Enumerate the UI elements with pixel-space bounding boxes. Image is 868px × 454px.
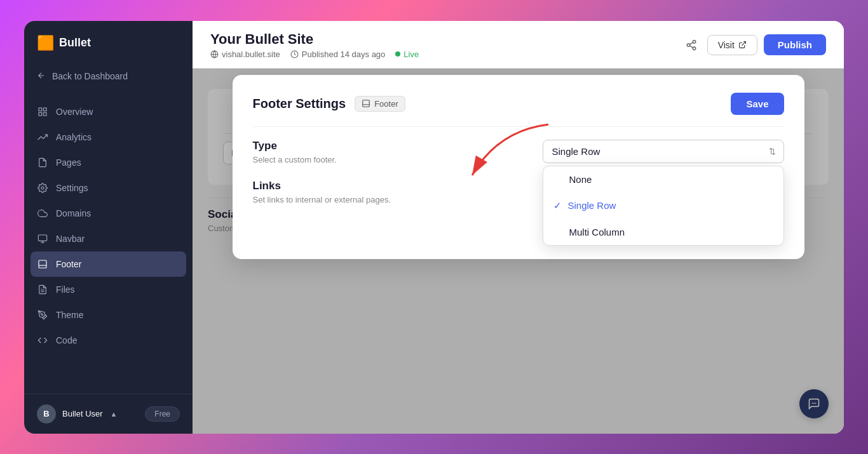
chevron-up-icon: ▲ [111,410,118,418]
option-label: Single Row [568,200,616,211]
sidebar-item-footer[interactable]: Footer [31,251,186,277]
option-label: Multi Column [569,227,625,237]
monitor-icon [37,233,48,244]
links-label: Links [253,180,391,192]
sidebar-item-analytics[interactable]: Analytics [24,124,193,150]
site-info: Your Bullet Site vishal.bullet.site [210,31,419,59]
svg-line-20 [689,42,693,44]
modal-overlay: Footer Settings Footer Save [193,69,844,434]
plan-badge: Free [145,406,180,422]
type-description: Select a custom footer. [253,155,337,164]
visit-label: Visit [718,40,735,50]
sidebar-item-label: Code [56,335,77,345]
chip-label: Footer [374,99,398,109]
sidebar-item-domains[interactable]: Domains [24,201,193,226]
main-content: Your Bullet Site vishal.bullet.site [193,21,844,434]
svg-point-4 [41,187,44,189]
visit-button[interactable]: Visit [707,35,757,55]
sidebar-item-label: Files [56,284,75,295]
option-label: None [569,174,592,185]
share-button[interactable] [682,36,701,55]
svg-point-17 [687,43,690,46]
publish-button[interactable]: Publish [764,34,826,55]
svg-rect-1 [43,108,46,111]
sidebar-item-pages[interactable]: Pages [24,150,193,175]
selected-value: Single Row [552,146,600,157]
trending-up-icon [37,131,48,143]
footer-chip: Footer [355,96,405,112]
code-icon [37,335,48,346]
sidebar-item-label: Theme [56,310,84,320]
sidebar-item-files[interactable]: Files [24,277,193,302]
svg-line-19 [689,46,693,48]
type-select-display[interactable]: Single Row ⇅ [543,140,784,163]
live-badge: Live [395,50,419,59]
site-url: vishal.bullet.site [210,50,280,59]
modal-title: Footer Settings [253,97,346,111]
sidebar-item-label: Settings [56,183,88,193]
links-description: Set links to internal or external pages. [253,195,391,204]
sidebar-item-label: Pages [56,157,81,168]
footer-settings-modal: Footer Settings Footer Save [233,75,804,259]
avatar: B [37,404,56,424]
published-info: Published 14 days ago [290,50,386,59]
cloud-icon [37,208,48,219]
site-title: Your Bullet Site [210,31,419,48]
sidebar-item-label: Domains [56,208,91,218]
sidebar-item-label: Footer [56,259,81,269]
sidebar-item-code[interactable]: Code [24,328,193,353]
logo-icon: 🟧 [37,35,54,51]
svg-rect-2 [39,112,42,116]
sidebar-item-navbar[interactable]: Navbar [24,226,193,251]
type-label: Type [253,140,337,152]
header-actions: Visit Publish [682,34,826,55]
sidebar: 🟧 Bullet Back to Dashboard Overview [24,21,193,434]
type-dropdown-menu: None ✓ Single Row Multi Column [543,166,784,246]
svg-rect-23 [363,100,370,107]
back-label: Back to Dashboard [52,71,128,81]
svg-line-21 [742,42,745,46]
nav-menu: Overview Analytics Pages [24,94,193,394]
file-text-icon [37,284,48,295]
sidebar-item-label: Analytics [56,132,92,142]
dropdown-item-none[interactable]: None [543,166,783,192]
layout-icon [37,258,48,270]
file-icon [37,157,48,168]
svg-rect-8 [39,260,46,268]
live-dot [395,51,400,57]
main-header: Your Bullet Site vishal.bullet.site [193,21,844,69]
user-info[interactable]: B Bullet User ▲ [37,404,117,424]
svg-rect-5 [38,235,46,241]
svg-point-16 [693,40,696,43]
pen-tool-icon [37,309,48,321]
page-body: TITLE TYPE URL ACTION Page ⌄ [193,69,844,434]
svg-rect-3 [43,112,46,116]
save-button[interactable]: Save [731,93,783,115]
select-arrows-icon: ⇅ [769,147,776,156]
dropdown-item-single-row[interactable]: ✓ Single Row [543,192,783,219]
url-text: vishal.bullet.site [222,50,280,59]
modal-title-row: Footer Settings Footer [253,96,405,112]
type-select-container: Single Row ⇅ None [543,140,784,163]
logo-text: Bullet [59,36,91,50]
sidebar-footer: B Bullet User ▲ Free [24,394,193,434]
grid-icon [37,106,48,117]
logo-area: 🟧 Bullet [24,21,193,64]
published-text: Published 14 days ago [302,50,386,59]
live-text: Live [403,50,419,59]
svg-rect-0 [39,108,42,111]
back-to-dashboard[interactable]: Back to Dashboard [24,64,193,89]
back-arrow-icon [37,71,46,82]
svg-point-12 [41,314,43,316]
dropdown-item-multi-column[interactable]: Multi Column [543,219,783,245]
modal-header: Footer Settings Footer Save [253,93,784,127]
sidebar-item-settings[interactable]: Settings [24,175,193,201]
sidebar-item-label: Navbar [56,234,85,244]
sidebar-item-label: Overview [56,107,93,117]
svg-point-18 [693,47,696,50]
settings-icon [37,182,48,194]
sidebar-item-overview[interactable]: Overview [24,99,193,124]
type-section: Type Select a custom footer. Single Row … [253,140,784,164]
sidebar-item-theme[interactable]: Theme [24,302,193,328]
check-icon: ✓ [553,200,562,211]
